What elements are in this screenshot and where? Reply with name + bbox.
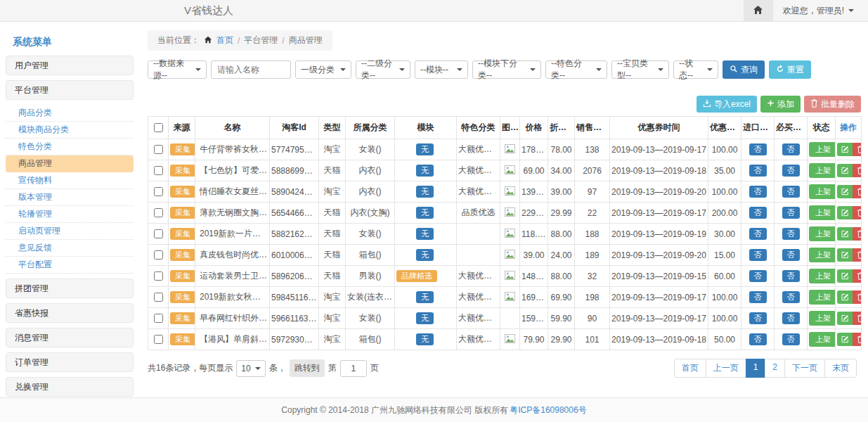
pager-first[interactable]: 首页 (674, 359, 706, 378)
sidebar-item-feedback[interactable]: 意见反馈 (6, 240, 134, 257)
filter-select-feature-category[interactable]: --特色分类-- (545, 60, 607, 79)
edit-button[interactable] (837, 185, 853, 198)
filter-select-level1-category[interactable]: 一级分类 (295, 60, 351, 79)
sidebar-item-module-product-category[interactable]: 模块商品分类 (6, 122, 134, 139)
filter-select-item-type[interactable]: --宝贝类型-- (611, 60, 669, 79)
import-select-toggle[interactable]: 否 (749, 333, 767, 345)
pager-next[interactable]: 下一页 (784, 359, 825, 378)
import-excel-button[interactable]: 导入excel (697, 96, 757, 113)
status-button[interactable]: 上架 (809, 248, 836, 262)
row-checkbox[interactable] (154, 271, 163, 281)
import-select-toggle[interactable]: 否 (749, 207, 767, 219)
status-button[interactable]: 上架 (809, 184, 836, 199)
must-buy-toggle[interactable]: 否 (782, 228, 800, 240)
edit-button[interactable] (837, 290, 853, 304)
row-checkbox[interactable] (154, 314, 163, 323)
row-checkbox[interactable] (154, 145, 163, 154)
filter-select-level2-category[interactable]: --二级分类-- (356, 60, 410, 79)
row-checkbox[interactable] (154, 187, 163, 196)
status-button[interactable]: 上架 (809, 269, 836, 283)
per-page-select[interactable]: 10 (236, 360, 265, 377)
row-checkbox[interactable] (154, 229, 163, 238)
sidebar-section-exchange-mgmt[interactable]: 兑换管理 (6, 377, 134, 397)
sidebar-section-group-buy-mgmt[interactable]: 拼团管理 (6, 279, 134, 298)
filter-select-module-subcategory[interactable]: --模块下分类-- (472, 60, 541, 79)
must-buy-toggle[interactable]: 否 (782, 207, 800, 219)
status-button[interactable]: 上架 (809, 290, 836, 305)
sidebar-item-feature-category[interactable]: 特色分类 (6, 139, 134, 155)
import-select-toggle[interactable]: 否 (749, 186, 767, 198)
row-checkbox[interactable] (154, 293, 163, 302)
must-buy-toggle[interactable]: 否 (782, 312, 800, 324)
sidebar-section-user-mgmt[interactable]: 用户管理 (6, 56, 134, 75)
filter-select-data-source[interactable]: --数据来源-- (148, 60, 207, 79)
import-select-toggle[interactable]: 否 (749, 143, 767, 155)
sidebar-item-carousel-mgmt[interactable]: 轮播管理 (6, 206, 134, 223)
status-button[interactable]: 上架 (809, 205, 836, 220)
filter-select-status[interactable]: --状态-- (673, 60, 718, 79)
status-button[interactable]: 上架 (809, 226, 836, 241)
import-select-toggle[interactable]: 否 (749, 270, 767, 282)
status-button[interactable]: 上架 (809, 142, 836, 157)
sidebar-item-splash-mgmt[interactable]: 启动页管理 (6, 223, 134, 240)
delete-icon-button[interactable] (853, 206, 862, 219)
sidebar-item-promo-material[interactable]: 宣传物料 (6, 172, 134, 189)
icp-link[interactable]: 粤ICP备16098006号 (510, 404, 586, 416)
status-button[interactable]: 上架 (809, 332, 836, 347)
delete-icon-button[interactable] (853, 269, 862, 283)
import-select-toggle[interactable]: 否 (749, 291, 767, 303)
sidebar-item-product-mgmt[interactable]: 商品管理 (6, 155, 134, 172)
row-checkbox[interactable] (154, 208, 163, 217)
import-select-toggle[interactable]: 否 (749, 228, 767, 240)
home-button[interactable] (744, 0, 773, 21)
edit-button[interactable] (837, 164, 853, 177)
edit-button[interactable] (837, 269, 853, 283)
pager-page-1[interactable]: 1 (746, 359, 766, 378)
delete-icon-button[interactable] (853, 185, 862, 198)
pager-prev[interactable]: 上一页 (706, 359, 746, 378)
sidebar-item-version-mgmt[interactable]: 版本管理 (6, 189, 134, 206)
status-button[interactable]: 上架 (809, 311, 836, 326)
sidebar-section-message-mgmt[interactable]: 消息管理 (6, 328, 134, 347)
name-search-input[interactable] (211, 60, 291, 79)
sidebar-section-savings-express[interactable]: 省惠快报 (6, 303, 134, 323)
delete-icon-button[interactable] (853, 164, 862, 177)
must-buy-toggle[interactable]: 否 (782, 186, 800, 198)
delete-icon-button[interactable] (853, 248, 862, 262)
batch-delete-button[interactable]: 批量删除 (804, 96, 861, 113)
pager-page-2[interactable]: 2 (765, 359, 785, 378)
sidebar-item-platform-config[interactable]: 平台配置 (6, 257, 134, 274)
must-buy-toggle[interactable]: 否 (782, 249, 800, 261)
delete-icon-button[interactable] (853, 333, 862, 346)
query-button[interactable]: 查询 (723, 60, 765, 79)
edit-button[interactable] (837, 333, 853, 346)
row-checkbox[interactable] (154, 250, 163, 260)
edit-button[interactable] (837, 206, 853, 219)
must-buy-toggle[interactable]: 否 (782, 270, 800, 282)
sidebar-section-platform-mgmt[interactable]: 平台管理 (6, 80, 134, 100)
must-buy-toggle[interactable]: 否 (782, 333, 800, 345)
sidebar-section-order-mgmt[interactable]: 订单管理 (6, 352, 134, 372)
reset-button[interactable]: 重置 (769, 60, 811, 79)
user-menu[interactable]: 欢迎您，管理员! (773, 5, 868, 17)
row-checkbox[interactable] (154, 335, 163, 344)
row-checkbox[interactable] (154, 166, 163, 175)
delete-icon-button[interactable] (853, 290, 862, 304)
import-select-toggle[interactable]: 否 (749, 249, 767, 261)
breadcrumb-home-link[interactable]: 首页 (216, 34, 233, 46)
edit-button[interactable] (837, 143, 853, 156)
must-buy-toggle[interactable]: 否 (782, 291, 800, 303)
pager-last[interactable]: 末页 (824, 359, 857, 378)
jump-button[interactable]: 跳转到 (290, 359, 325, 377)
must-buy-toggle[interactable]: 否 (782, 143, 800, 155)
must-buy-toggle[interactable]: 否 (782, 165, 800, 177)
edit-button[interactable] (837, 248, 853, 262)
edit-button[interactable] (837, 227, 853, 241)
add-button[interactable]: 添加 (760, 96, 801, 113)
edit-button[interactable] (837, 312, 853, 325)
delete-icon-button[interactable] (853, 312, 862, 325)
status-button[interactable]: 上架 (809, 163, 836, 178)
import-select-toggle[interactable]: 否 (749, 165, 767, 177)
sidebar-item-product-category[interactable]: 商品分类 (6, 105, 134, 122)
import-select-toggle[interactable]: 否 (749, 312, 767, 324)
